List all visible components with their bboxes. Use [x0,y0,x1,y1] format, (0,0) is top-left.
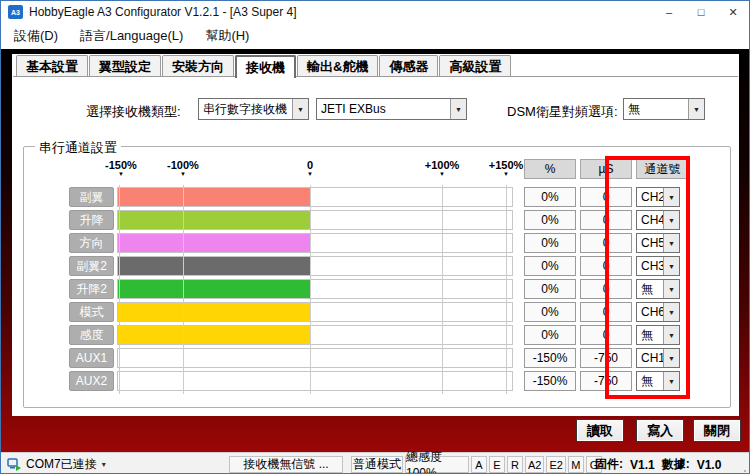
tab-1[interactable]: 翼型設定 [89,55,161,76]
channel-percent-value: 0% [524,187,576,207]
channel-label-8[interactable]: AUX2 [69,371,114,391]
tab-strip: 基本設置翼型設定安裝方向接收機輸出&舵機傳感器高級設置 [16,55,512,78]
channel-label-6[interactable]: 感度 [69,325,114,345]
scale-tick-marker-icon: ▼ [178,171,188,177]
scale-tick-marker-icon: ▼ [501,171,511,177]
menu-item-0[interactable]: 設備(D) [3,23,69,49]
chevron-down-icon: ▼ [688,99,704,119]
channel-percent-value: -150% [524,371,576,391]
status-flag-A2: A2 [525,456,544,473]
tab-3[interactable]: 接收機 [235,55,296,78]
mode-status: 普通模式 [351,456,403,473]
channel-percent-value: 0% [524,233,576,253]
close-icon[interactable]: ✕ [717,1,749,23]
tab-0[interactable]: 基本設置 [16,55,88,76]
close-button[interactable]: 關閉 [693,419,741,442]
data-value: V1.0 [697,458,722,472]
channel-label-2[interactable]: 方向 [69,233,114,253]
scale-tick-marker-icon: ▼ [437,171,447,177]
scale-tick-4: +150% [476,159,536,171]
channel-bar [118,280,310,298]
window-controls: – □ ✕ [653,1,749,23]
chart-gridline-3 [442,185,443,394]
chevron-down-icon: ▾ [102,460,106,469]
channel-bar [118,234,310,252]
menu-item-2[interactable]: 幫助(H) [194,23,260,49]
chevron-down-icon: ▼ [292,99,308,119]
resize-grip-icon[interactable] [744,470,746,472]
chart-gridline-0 [119,185,120,394]
scale-tick-3: +100% [412,159,472,171]
channel-percent-value: 0% [524,210,576,230]
menu-bar: 設備(D)語言/Language(L)幫助(H) [1,23,749,49]
scale-tick-marker-icon: ▼ [305,171,315,177]
scale-tick-marker-icon: ▼ [116,171,126,177]
com-connection-icon [7,458,21,471]
firmware-label: 固件: [595,456,623,473]
chart-gridline-4 [506,185,507,394]
status-flag-A: A [471,456,487,473]
scale-tick-0: -150% [91,159,151,171]
channel-bar [118,257,310,275]
chart-gridline-2 [310,185,311,394]
chart-gridline-1 [183,185,184,394]
read-button[interactable]: 讀取 [576,419,624,442]
com-port-selector[interactable]: COM7已連接 ▾ [7,456,106,473]
channel-bar-track [117,348,513,368]
receiver-type-value: 串行數字接收機 [199,101,292,118]
status-flag-E: E [489,456,505,473]
app-window: A3 HobbyEagle A3 Configurator V1.2.1 - [… [0,0,750,474]
com-port-status: COM7已連接 [26,456,97,473]
channel-percent-value: 0% [524,279,576,299]
channel-label-4[interactable]: 升降2 [69,279,114,299]
scale-tick-1: -100% [153,159,213,171]
channel-label-1[interactable]: 升降 [69,210,114,230]
dsm-bind-select[interactable]: 無 ▼ [623,98,705,120]
channel-label-7[interactable]: AUX1 [69,348,114,368]
channel-bar [118,326,310,344]
channel-column-highlight [605,156,690,399]
tab-5[interactable]: 傳感器 [379,55,438,76]
dsm-bind-value: 無 [624,101,688,118]
window-title: HobbyEagle A3 Configurator V1.2.1 - [A3 … [29,5,297,19]
app-icon: A3 [8,5,23,19]
receiver-protocol-value: JETI EXBus [317,102,450,116]
status-flag-M: M [568,456,584,473]
scale-tick-2: 0 [280,159,340,171]
channel-bar-track [117,371,513,391]
channel-percent-value: 0% [524,302,576,322]
write-button[interactable]: 寫入 [636,419,684,442]
status-flag-E2: E2 [546,456,565,473]
menu-item-1[interactable]: 語言/Language(L) [69,23,194,49]
receiver-type-select[interactable]: 串行數字接收機 ▼ [198,98,309,120]
version-info: 固件: V1.1 數據: V1.0 [595,456,721,473]
title-bar: A3 HobbyEagle A3 Configurator V1.2.1 - [… [1,1,749,23]
serial-channel-group-title: 串行通道設置 [35,139,121,157]
channel-bar [118,188,310,206]
data-label: 數據: [662,456,690,473]
gain-status: 總感度100% [405,456,469,473]
minimize-icon[interactable]: – [653,1,685,23]
receiver-signal-status: 接收機無信號 ... [229,456,343,473]
maximize-icon[interactable]: □ [685,1,717,23]
channel-bar [118,303,310,321]
channel-percent-value: -150% [524,348,576,368]
tab-6[interactable]: 高級設置 [439,55,511,76]
receiver-type-label: 選擇接收機類型: [86,103,181,121]
channel-flags: AERA2E2MG [471,456,602,473]
tab-2[interactable]: 安裝方向 [162,55,234,76]
status-flag-R: R [507,456,523,473]
channel-bar [118,211,310,229]
channel-label-3[interactable]: 副翼2 [69,256,114,276]
channel-label-5[interactable]: 模式 [69,302,114,322]
receiver-protocol-select[interactable]: JETI EXBus ▼ [316,98,467,120]
channel-percent-value: 0% [524,325,576,345]
chevron-down-icon: ▼ [450,99,466,119]
channel-label-0[interactable]: 副翼 [69,187,114,207]
tab-4[interactable]: 輸出&舵機 [297,55,378,76]
status-bar: COM7已連接 ▾ 接收機無信號 ... 普通模式 總感度100% AERA2E… [1,452,749,474]
firmware-value: V1.1 [630,458,655,472]
dsm-bind-label: DSM衛星對頻選項: [507,103,618,121]
channel-percent-value: 0% [524,256,576,276]
